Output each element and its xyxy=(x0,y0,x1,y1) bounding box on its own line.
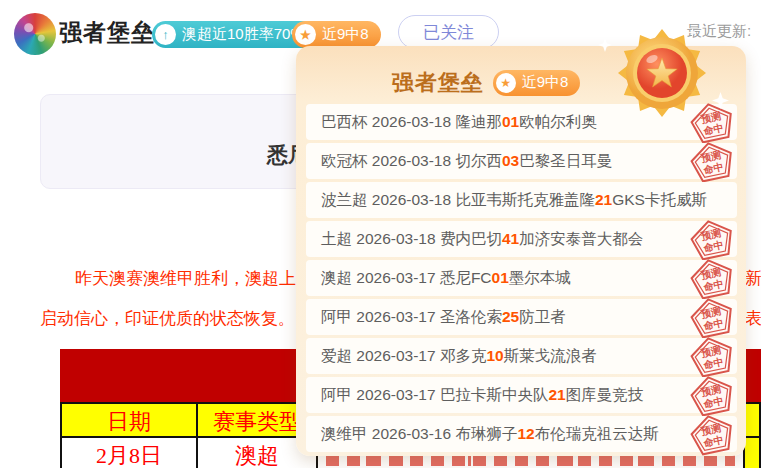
table-cell-date: 2月8日 xyxy=(60,438,198,468)
article-paragraph-line2-tail: 表 xyxy=(745,307,761,330)
match-text: 土超 2026-03-18 费内巴切 xyxy=(321,229,502,250)
match-text: 阿甲 2026-03-17 圣洛伦索 xyxy=(321,307,502,328)
sparkle-icon xyxy=(688,28,697,37)
away-team: 墨尔本城 xyxy=(509,268,571,289)
score-home: 2 xyxy=(548,386,557,404)
score-away: 0 xyxy=(495,347,504,365)
star-icon: ★ xyxy=(496,73,516,93)
away-team: 布伦瑞克祖云达斯 xyxy=(535,424,659,445)
score-home: 1 xyxy=(486,347,495,365)
away-team: 巴黎圣日耳曼 xyxy=(519,151,612,172)
score-away: 1 xyxy=(500,269,509,287)
match-text: 波兰超 2026-03-18 比亚韦斯托克雅盖隆 xyxy=(321,190,595,211)
match-row[interactable]: 阿甲 2026-03-17 圣洛伦索25防卫者 预测 命中 xyxy=(306,299,737,335)
sparkle-icon xyxy=(598,38,612,52)
article-paragraph-line1-tail: 新 xyxy=(745,267,761,290)
score-away: 1 xyxy=(557,386,566,404)
score-home: 1 xyxy=(517,425,526,443)
match-text: 巴西杯 2026-03-18 隆迪那 xyxy=(321,112,502,133)
match-text: 澳维甲 2026-03-16 布琳狮子 xyxy=(321,424,517,445)
hit-streak-badge-label: 近9中8 xyxy=(322,25,369,44)
sparkle-icon xyxy=(712,92,729,109)
hit-stamp: 预测 命中 xyxy=(685,136,739,187)
match-row[interactable]: 欧冠杯 2026-03-18 切尔西03巴黎圣日耳曼 预测 命中 xyxy=(306,143,737,179)
away-team: 加济安泰普大都会 xyxy=(519,229,643,250)
match-row[interactable]: 澳维甲 2026-03-16 布琳狮子12布伦瑞克祖云达斯 预测 命中 xyxy=(306,416,737,452)
star-icon: ★ xyxy=(295,24,316,45)
score-home: 4 xyxy=(502,230,511,248)
match-text: 欧冠杯 2026-03-18 切尔西 xyxy=(321,151,502,172)
score-home: 0 xyxy=(502,152,511,170)
follow-button[interactable]: 已关注 xyxy=(398,15,499,49)
score-away: 1 xyxy=(604,191,613,209)
gold-medal-icon xyxy=(616,27,708,119)
table-header-edge xyxy=(745,402,761,438)
table-header-date: 日期 xyxy=(60,402,198,438)
score-away: 1 xyxy=(511,113,520,131)
article-paragraph-line1: 昨天澳赛澳维甲胜利，澳超上 xyxy=(75,267,296,290)
user-avatar xyxy=(14,13,56,55)
match-row[interactable]: 爱超 2026-03-17 邓多克10斯莱戈流浪者 预测 命中 xyxy=(306,338,737,374)
away-team: 防卫者 xyxy=(519,307,566,328)
score-home: 0 xyxy=(492,269,501,287)
score-away: 3 xyxy=(511,152,520,170)
up-arrow-icon: ↑ xyxy=(155,24,176,45)
away-team: GKS卡托威斯 xyxy=(612,190,707,211)
match-text: 阿甲 2026-03-17 巴拉卡斯中央队 xyxy=(321,385,548,406)
match-text: 爱超 2026-03-17 邓多克 xyxy=(321,346,486,367)
popup-hit-badge-label: 近9中8 xyxy=(522,73,569,92)
page-title: 强者堡垒 xyxy=(59,17,155,48)
score-away: 2 xyxy=(526,425,535,443)
score-away: 5 xyxy=(511,308,520,326)
away-team: 图库曼竞技 xyxy=(566,385,644,406)
popup-title: 强者堡垒 xyxy=(392,68,484,98)
article-paragraph-line2: 启动信心，印证优质的状态恢复。 xyxy=(40,307,295,330)
score-home: 2 xyxy=(502,308,511,326)
match-row[interactable]: 澳超 2026-03-17 悉尼FC01墨尔本城 预测 命中 xyxy=(306,260,737,296)
table-cell-edge xyxy=(745,438,761,468)
hit-stamp: 预测 命中 xyxy=(685,409,739,460)
match-row[interactable]: 土超 2026-03-18 费内巴切41加济安泰普大都会 预测 命中 xyxy=(306,221,737,257)
winrate-badge-label: 澳超近10胜率70% xyxy=(182,25,304,44)
match-list: 巴西杯 2026-03-18 隆迪那01欧帕尔利奥 预测 命中 欧冠杯 2026… xyxy=(296,104,746,452)
hit-streak-badge: ★ 近9中8 xyxy=(292,21,381,48)
away-team: 欧帕尔利奥 xyxy=(519,112,597,133)
score-home: 0 xyxy=(502,113,511,131)
clipped-text xyxy=(326,455,735,466)
popup-hit-badge: ★ 近9中8 xyxy=(493,70,581,96)
match-row[interactable]: 阿甲 2026-03-17 巴拉卡斯中央队21图库曼竞技 预测 命中 xyxy=(306,377,737,413)
score-home: 2 xyxy=(595,191,604,209)
score-away: 1 xyxy=(511,230,520,248)
match-row[interactable]: 波兰超 2026-03-18 比亚韦斯托克雅盖隆21GKS卡托威斯 xyxy=(306,182,737,218)
match-text: 澳超 2026-03-17 悉尼FC xyxy=(321,268,492,289)
away-team: 斯莱戈流浪者 xyxy=(504,346,597,367)
